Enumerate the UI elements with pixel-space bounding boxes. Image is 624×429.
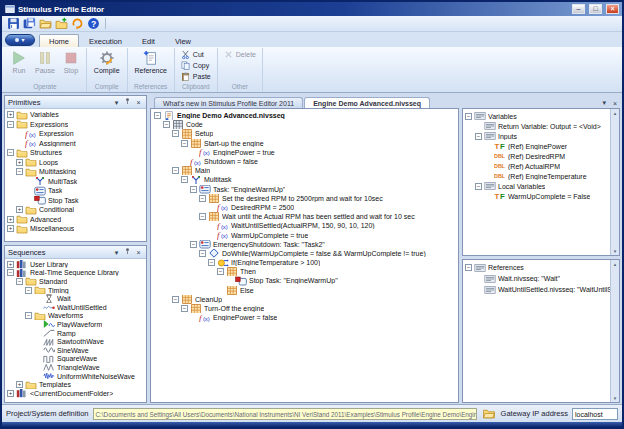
tree-item[interactable]: +Advanced (7, 215, 146, 225)
minus-icon[interactable]: − (7, 269, 14, 276)
minus-icon[interactable]: − (465, 264, 472, 271)
tree-item[interactable]: f(x)EnginePower = false (154, 313, 458, 322)
tree-item[interactable]: −Engine Demo Advanced.nivsseq (154, 111, 458, 120)
minus-icon[interactable]: − (190, 241, 197, 248)
minus-icon[interactable]: − (199, 213, 206, 220)
tree-item[interactable]: −Standard (7, 277, 146, 286)
minus-icon[interactable]: − (181, 305, 188, 312)
system-definition-path[interactable]: C:\Documents and Settings\All Users\Docu… (93, 408, 477, 420)
tree-item[interactable]: Ramp (7, 329, 146, 338)
tree-item[interactable]: −Then (154, 267, 458, 276)
refresh-icon[interactable] (71, 17, 84, 30)
run-button[interactable]: Run (8, 49, 30, 82)
paste-button[interactable]: Paste (179, 71, 213, 82)
maximize-button[interactable]: □ (589, 4, 602, 14)
minus-icon[interactable]: − (163, 121, 170, 128)
cut-button[interactable]: Cut (179, 49, 213, 60)
tree-item[interactable]: −Turn-Off the engine (154, 304, 458, 313)
tree-item[interactable]: −Main (154, 166, 458, 175)
minus-icon[interactable]: − (199, 250, 206, 257)
tree-item[interactable]: f(x)Expression (7, 129, 146, 139)
minus-icon[interactable]: − (475, 133, 482, 140)
tab-execution[interactable]: Execution (79, 34, 132, 47)
minimize-button[interactable]: – (572, 4, 585, 14)
copy-button[interactable]: Copy (179, 60, 213, 71)
tree-item[interactable]: −Expressions (7, 120, 146, 130)
minus-icon[interactable]: − (181, 140, 188, 147)
tree-item[interactable]: f(x)WaitUntilSettled(ActualRPM, 150, 90,… (154, 221, 458, 230)
save-icon[interactable] (7, 17, 20, 30)
compile-button[interactable]: Compile (91, 49, 123, 82)
tree-item[interactable]: SineWave (7, 346, 146, 355)
tree-item[interactable]: f(x)DesiredRPM = 2500 (154, 203, 458, 212)
doc-tab-what-s-new-in-stimulus-profile[interactable]: What's new in Stimulus Profile Editor 20… (154, 97, 303, 108)
tree-item[interactable]: −Variables (465, 111, 610, 121)
tree-item[interactable]: +<CurrentDocumentFolder> (7, 389, 146, 398)
tree-item[interactable]: f(x)EnginePower = true (154, 148, 458, 157)
open-icon[interactable] (39, 17, 52, 30)
tree-item[interactable]: Stop Task: "EngineWarmUp" (154, 276, 458, 285)
tree-item[interactable]: TFWarmUpComplete = False (465, 191, 610, 201)
tree-item[interactable]: WaitUntilSettled.nivsseq: "WaitUntilSett… (465, 284, 610, 295)
chevron-down-icon[interactable]: ▾ (112, 248, 121, 257)
tab-edit[interactable]: Edit (132, 34, 165, 47)
tree-item[interactable]: DBL(Ref) EngineTemperature (465, 171, 610, 181)
tree-item[interactable]: DBL(Ref) DesiredRPM (465, 151, 610, 161)
tree-item[interactable]: −If(EngineTemperature > 100) (154, 258, 458, 267)
scroll-down-icon[interactable]: ▾ (614, 248, 617, 254)
tree-item[interactable]: Wait (7, 294, 146, 303)
chevron-down-icon[interactable]: ▾ (599, 99, 609, 108)
tree-item[interactable]: +Variables (7, 110, 146, 120)
tree-item[interactable]: WaitUntilSettled (7, 303, 146, 312)
minus-icon[interactable]: − (7, 149, 14, 156)
tab-home[interactable]: Home (39, 34, 79, 47)
minus-icon[interactable]: − (217, 268, 224, 275)
tab-view[interactable]: View (165, 34, 201, 47)
tree-item[interactable]: −Code (154, 120, 458, 129)
tree-item[interactable]: PlayWaveform (7, 320, 146, 329)
tree-item[interactable]: Return Variable: Output = <Void> (465, 121, 610, 131)
close-icon[interactable]: × (134, 98, 143, 107)
vertical-scrollbar[interactable]: ▴▾ (610, 260, 619, 402)
save-all-icon[interactable] (23, 17, 36, 30)
minus-icon[interactable]: − (25, 287, 32, 294)
tree-item[interactable]: Stop Task (7, 196, 146, 206)
delete-button[interactable]: Delete (222, 49, 258, 60)
tree-item[interactable]: −Multitasking (7, 167, 146, 177)
browse-folder-button[interactable] (481, 407, 497, 420)
tree-item[interactable]: −Waveforms (7, 312, 146, 321)
pin-icon[interactable] (123, 247, 132, 257)
tree-item[interactable]: TriangleWave (7, 363, 146, 372)
tree-item[interactable]: +User Library (7, 260, 146, 269)
plus-icon[interactable]: + (7, 216, 14, 223)
tree-item[interactable]: −Task: "EngineWarmUp" (154, 185, 458, 194)
minus-icon[interactable]: − (172, 130, 179, 137)
tree-item[interactable]: −Setup (154, 129, 458, 138)
tree-item[interactable]: SquareWave (7, 355, 146, 364)
reference-button[interactable]: Reference (132, 49, 170, 82)
tree-item[interactable]: +Templates (7, 380, 146, 389)
tree-item[interactable]: −Multitask (154, 175, 458, 184)
tree-item[interactable]: DBL(Ref) ActualRPM (465, 161, 610, 171)
plus-icon[interactable]: + (7, 111, 14, 118)
scroll-down-icon[interactable]: ▾ (614, 395, 617, 401)
plus-icon[interactable]: + (16, 381, 23, 388)
tree-item[interactable]: Else (154, 286, 458, 295)
chevron-down-icon[interactable]: ▾ (112, 98, 121, 107)
tree-item[interactable]: +Conditional (7, 205, 146, 215)
vertical-scrollbar[interactable]: ▴▾ (610, 109, 619, 255)
tree-item[interactable]: −Local Variables (465, 181, 610, 191)
tree-item[interactable]: SawtoothWave (7, 337, 146, 346)
plus-icon[interactable]: + (16, 159, 23, 166)
tree-item[interactable]: −DoWhile(WarmUpComplete = false && WarmU… (154, 249, 458, 258)
tree-item[interactable]: −Wait until the Actual RPM has been sett… (154, 212, 458, 221)
doc-tab-engine-demo-advanced-nivsseq[interactable]: Engine Demo Advanced.nivsseq (304, 97, 430, 108)
pin-icon[interactable] (123, 97, 132, 107)
tree-item[interactable]: −Timing (7, 286, 146, 295)
tree-item[interactable]: f(x)Shutdown = false (154, 157, 458, 166)
scroll-up-icon[interactable]: ▴ (614, 261, 617, 267)
tree-item[interactable]: Wait.nivsseq: "Wait" (465, 273, 610, 284)
plus-icon[interactable]: + (7, 225, 14, 232)
plus-icon[interactable]: + (16, 206, 23, 213)
tree-item[interactable]: −Start-up the engine (154, 139, 458, 148)
